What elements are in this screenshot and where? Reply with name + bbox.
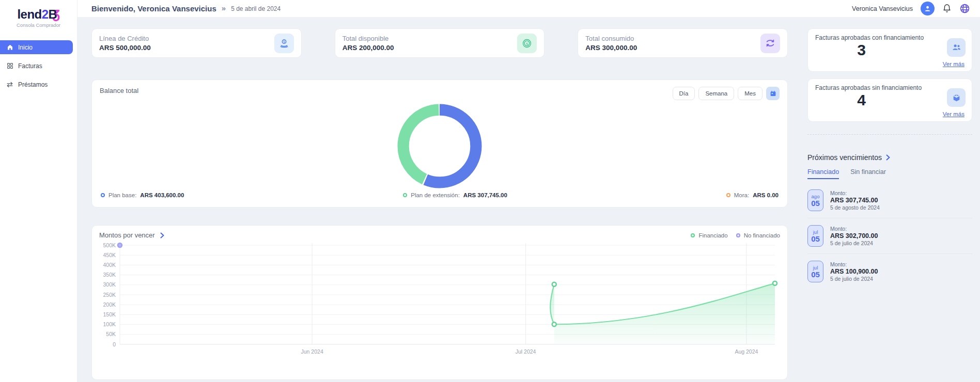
badge-month: jul (813, 265, 818, 270)
svg-text:Jul 2024: Jul 2024 (516, 348, 536, 355)
balance-legend: Plan base: ARS 403,600.00 Plan de extens… (100, 192, 780, 200)
balance-donut-chart (100, 100, 780, 192)
badge-day: 05 (811, 199, 820, 208)
facturas-con-financiamiento-card: Facturas aprobadas con financiamiento 3 … (807, 28, 972, 72)
legend-label: Plan de extensión: (411, 192, 460, 198)
globe-icon[interactable] (959, 3, 970, 14)
sidebar-item-label: Préstamos (18, 81, 48, 88)
period-day-button[interactable]: Día (673, 87, 695, 100)
svg-text:400K: 400K (103, 262, 116, 268)
svg-text:150K: 150K (103, 311, 116, 317)
vencimiento-item[interactable]: ago 05 Monto: ARS 307,745.00 5 de agosto… (807, 183, 972, 218)
fact-card-title: Facturas aprobadas con financiamiento (815, 34, 965, 41)
calendar-icon[interactable] (766, 87, 780, 100)
montos-por-vencer-card: Montos por vencer Financiado (91, 225, 788, 380)
proximos-title: Próximos vencimientos (807, 153, 882, 162)
double-chevron-icon: » (222, 4, 226, 12)
mora-dot-icon (726, 193, 730, 197)
stat-text: Total disponible ARS 200,000.00 (343, 35, 394, 52)
avatar[interactable] (921, 2, 935, 15)
monto-amount: ARS 100,900.00 (830, 268, 878, 275)
brand-wordmark: lend2BƷ (0, 7, 77, 22)
hand-coin-icon: $ (274, 34, 294, 53)
vencimientos-tabs: Financiado Sin financiar (807, 168, 972, 180)
sidebar-item-facturas[interactable]: Facturas (0, 59, 73, 73)
legend-no-financiado: No financiado (736, 232, 780, 238)
monto-label: Monto: (830, 226, 878, 232)
tab-sin-financiar[interactable]: Sin financiar (850, 168, 886, 179)
fact-card-count: 4 (815, 91, 908, 109)
legend-label: Mora: (734, 192, 749, 198)
fact-card-title: Facturas aprobadas sin financiamiento (815, 84, 965, 91)
period-week-button[interactable]: Semana (698, 87, 734, 100)
brand-lend: lend (17, 7, 41, 21)
brand-2: 2 (42, 7, 49, 21)
stat-label: Total disponible (343, 35, 394, 42)
ver-mas-link[interactable]: Ver más (943, 111, 965, 117)
current-date: 5 de abril de 2024 (231, 5, 281, 12)
svg-text:500K: 500K (103, 242, 116, 248)
svg-text:350K: 350K (103, 272, 116, 278)
date-badge: jul 05 (807, 261, 823, 282)
montos-line-chart: 500K450K400K350K300K250K200K150K100K50K0… (99, 240, 780, 363)
stat-label: Total consumido (585, 35, 637, 42)
legend-plan-extension: Plan de extensión: ARS 307,745.00 (403, 192, 507, 198)
brand-tagline: Consola Comprador (0, 22, 77, 28)
sidebar-item-prestamos[interactable]: Préstamos (0, 77, 73, 91)
chevron-right-icon (886, 154, 890, 161)
sidebar: lend2BƷ Consola Comprador Inicio Factura… (0, 0, 77, 382)
montos-legend: Financiado No financiado (691, 232, 780, 238)
legend-label: Financiado (698, 232, 727, 238)
chevron-right-icon (160, 232, 164, 238)
sidebar-item-inicio[interactable]: Inicio (0, 40, 73, 54)
vencimientos-list: ago 05 Monto: ARS 307,745.00 5 de agosto… (807, 183, 972, 289)
svg-text:450K: 450K (103, 252, 116, 258)
brand-b: B (49, 7, 57, 21)
svg-text:$: $ (283, 39, 285, 43)
sidebar-nav: Inicio Facturas Préstamos (0, 40, 77, 91)
legend-label: No financiado (744, 232, 780, 238)
balance-header: Balance total Día Semana Mes (100, 87, 780, 100)
monto-date: 5 de agosto de 2024 (830, 204, 880, 211)
sidebar-item-label: Facturas (18, 62, 42, 70)
fact-card-count: 3 (815, 41, 908, 59)
legend-value: ARS 0.00 (753, 192, 779, 198)
user-name: Veronica Vansevicius (852, 5, 913, 12)
no-financiado-dot-icon (736, 233, 740, 237)
stat-value: ARS 300,000.00 (585, 44, 637, 52)
financiado-dot-icon (691, 233, 695, 237)
vencimiento-item[interactable]: jul 05 Monto: ARS 302,700.00 5 de julio … (807, 218, 972, 254)
tab-financiado[interactable]: Financiado (807, 168, 839, 179)
home-icon (6, 44, 13, 51)
proximos-vencimientos-header[interactable]: Próximos vencimientos (807, 153, 972, 162)
period-month-button[interactable]: Mes (738, 87, 763, 100)
left-column: Línea de Crédito ARS 500,000.00 $ Total … (91, 28, 788, 382)
invoices-grid-icon (6, 62, 13, 70)
package-icon (947, 88, 966, 107)
legend-value: ARS 307,745.00 (463, 192, 507, 198)
svg-text:200K: 200K (103, 301, 116, 308)
date-badge: jul 05 (807, 225, 823, 247)
bell-icon[interactable] (942, 4, 952, 13)
montos-title-link[interactable]: Montos por vencer (99, 231, 164, 239)
users-icon (947, 38, 966, 57)
svg-text:100K: 100K (103, 321, 116, 327)
badge-day: 05 (811, 235, 820, 243)
stat-text: Línea de Crédito ARS 500,000.00 (99, 35, 151, 52)
stat-value: ARS 500,000.00 (99, 44, 151, 52)
welcome-title: Bienvenido, Veronica Vansevicius (91, 4, 216, 13)
topbar: Bienvenido, Veronica Vansevicius » 5 de … (77, 0, 980, 18)
badge-month: jul (813, 229, 818, 235)
badge-month: ago (812, 194, 820, 199)
balance-title: Balance total (100, 87, 138, 94)
credit-line-card: Línea de Crédito ARS 500,000.00 $ (91, 28, 302, 58)
badge-day: 05 (811, 270, 820, 279)
svg-text:0: 0 (113, 341, 116, 347)
stat-text: Total consumido ARS 300,000.00 (585, 35, 637, 52)
ver-mas-link[interactable]: Ver más (943, 61, 965, 67)
stats-row: Línea de Crédito ARS 500,000.00 $ Total … (91, 28, 788, 58)
right-column: Facturas aprobadas con financiamiento 3 … (807, 28, 972, 382)
vencimiento-item[interactable]: jul 05 Monto: ARS 100,900.00 5 de julio … (807, 254, 972, 289)
sidebar-item-label: Inicio (18, 44, 33, 51)
loans-arrows-icon (6, 81, 13, 88)
